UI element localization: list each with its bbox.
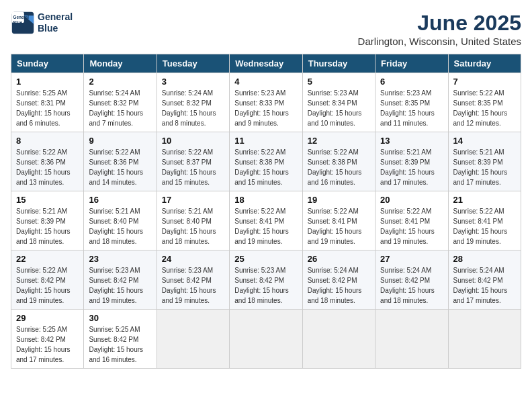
- day-number: 30: [89, 313, 151, 323]
- day-info: Sunrise: 5:22 AMSunset: 8:41 PMDaylight:…: [380, 206, 443, 246]
- day-number: 23: [89, 254, 151, 264]
- day-number: 21: [453, 195, 516, 205]
- calendar-cell: [375, 310, 448, 369]
- calendar-week-row: 1Sunrise: 5:25 AMSunset: 8:31 PMDaylight…: [11, 73, 521, 132]
- svg-text:General: General: [13, 15, 30, 19]
- day-number: 24: [162, 254, 224, 264]
- calendar-week-row: 15Sunrise: 5:21 AMSunset: 8:39 PMDayligh…: [11, 191, 521, 250]
- day-number: 22: [16, 254, 79, 264]
- day-info: Sunrise: 5:22 AMSunset: 8:36 PMDaylight:…: [16, 147, 79, 187]
- day-info: Sunrise: 5:24 AMSunset: 8:42 PMDaylight:…: [453, 265, 516, 306]
- day-number: 28: [453, 254, 516, 264]
- day-info: Sunrise: 5:25 AMSunset: 8:42 PMDaylight:…: [16, 324, 79, 365]
- calendar-cell: [302, 310, 375, 369]
- logo-text-line1: General: [38, 11, 73, 23]
- location-title: Darlington, Wisconsin, United States: [358, 36, 521, 47]
- calendar-cell: 2Sunrise: 5:24 AMSunset: 8:32 PMDaylight…: [84, 73, 157, 132]
- calendar-week-row: 22Sunrise: 5:22 AMSunset: 8:42 PMDayligh…: [11, 250, 521, 310]
- day-number: 8: [16, 136, 79, 146]
- day-info: Sunrise: 5:22 AMSunset: 8:38 PMDaylight:…: [234, 147, 297, 187]
- day-number: 11: [234, 136, 297, 146]
- day-number: 15: [16, 195, 79, 205]
- calendar-header-row: SundayMondayTuesdayWednesdayThursdayFrid…: [11, 54, 521, 73]
- calendar-cell: 1Sunrise: 5:25 AMSunset: 8:31 PMDaylight…: [11, 73, 84, 132]
- calendar-cell: 16Sunrise: 5:21 AMSunset: 8:40 PMDayligh…: [84, 191, 157, 250]
- day-number: 20: [380, 195, 443, 205]
- day-info: Sunrise: 5:22 AMSunset: 8:41 PMDaylight:…: [453, 206, 516, 246]
- day-number: 6: [380, 77, 443, 87]
- day-number: 4: [234, 77, 297, 87]
- day-number: 13: [380, 136, 443, 146]
- day-number: 29: [16, 313, 79, 323]
- day-number: 19: [308, 195, 370, 205]
- calendar-cell: 8Sunrise: 5:22 AMSunset: 8:36 PMDaylight…: [11, 132, 84, 191]
- calendar-cell: 15Sunrise: 5:21 AMSunset: 8:39 PMDayligh…: [11, 191, 84, 250]
- day-info: Sunrise: 5:23 AMSunset: 8:42 PMDaylight:…: [89, 265, 151, 306]
- day-info: Sunrise: 5:24 AMSunset: 8:42 PMDaylight:…: [380, 265, 443, 306]
- calendar-cell: 10Sunrise: 5:22 AMSunset: 8:37 PMDayligh…: [157, 132, 229, 191]
- day-info: Sunrise: 5:22 AMSunset: 8:42 PMDaylight:…: [16, 265, 79, 306]
- weekday-header: Tuesday: [157, 54, 229, 73]
- day-info: Sunrise: 5:22 AMSunset: 8:35 PMDaylight:…: [453, 88, 516, 128]
- day-number: 2: [89, 77, 151, 87]
- day-info: Sunrise: 5:21 AMSunset: 8:40 PMDaylight:…: [89, 206, 151, 246]
- day-info: Sunrise: 5:24 AMSunset: 8:32 PMDaylight:…: [89, 88, 151, 128]
- day-info: Sunrise: 5:25 AMSunset: 8:42 PMDaylight:…: [89, 324, 151, 365]
- calendar-cell: 18Sunrise: 5:22 AMSunset: 8:41 PMDayligh…: [230, 191, 302, 250]
- weekday-header: Monday: [84, 54, 157, 73]
- day-info: Sunrise: 5:21 AMSunset: 8:40 PMDaylight:…: [162, 206, 224, 246]
- calendar-week-row: 29Sunrise: 5:25 AMSunset: 8:42 PMDayligh…: [11, 310, 521, 369]
- calendar-cell: 28Sunrise: 5:24 AMSunset: 8:42 PMDayligh…: [448, 250, 521, 310]
- day-info: Sunrise: 5:24 AMSunset: 8:32 PMDaylight:…: [162, 88, 224, 128]
- weekday-header: Wednesday: [230, 54, 302, 73]
- weekday-header: Sunday: [11, 54, 84, 73]
- calendar-week-row: 8Sunrise: 5:22 AMSunset: 8:36 PMDaylight…: [11, 132, 521, 191]
- day-number: 14: [453, 136, 516, 146]
- calendar-cell: 26Sunrise: 5:24 AMSunset: 8:42 PMDayligh…: [302, 250, 375, 310]
- calendar-cell: 4Sunrise: 5:23 AMSunset: 8:33 PMDaylight…: [230, 73, 302, 132]
- day-info: Sunrise: 5:23 AMSunset: 8:35 PMDaylight:…: [380, 88, 443, 128]
- day-info: Sunrise: 5:23 AMSunset: 8:42 PMDaylight:…: [162, 265, 224, 306]
- day-number: 16: [89, 195, 151, 205]
- day-info: Sunrise: 5:21 AMSunset: 8:39 PMDaylight:…: [16, 206, 79, 246]
- calendar-cell: 25Sunrise: 5:23 AMSunset: 8:42 PMDayligh…: [230, 250, 302, 310]
- calendar-cell: 13Sunrise: 5:21 AMSunset: 8:39 PMDayligh…: [375, 132, 448, 191]
- day-info: Sunrise: 5:21 AMSunset: 8:39 PMDaylight:…: [453, 147, 516, 187]
- day-number: 17: [162, 195, 224, 205]
- calendar-cell: 12Sunrise: 5:22 AMSunset: 8:38 PMDayligh…: [302, 132, 375, 191]
- day-number: 7: [453, 77, 516, 87]
- day-info: Sunrise: 5:22 AMSunset: 8:37 PMDaylight:…: [162, 147, 224, 187]
- calendar-cell: 6Sunrise: 5:23 AMSunset: 8:35 PMDaylight…: [375, 73, 448, 132]
- calendar-cell: 17Sunrise: 5:21 AMSunset: 8:40 PMDayligh…: [157, 191, 229, 250]
- day-info: Sunrise: 5:24 AMSunset: 8:42 PMDaylight:…: [308, 265, 370, 306]
- weekday-header: Saturday: [448, 54, 521, 73]
- calendar-cell: 29Sunrise: 5:25 AMSunset: 8:42 PMDayligh…: [11, 310, 84, 369]
- day-info: Sunrise: 5:21 AMSunset: 8:39 PMDaylight:…: [380, 147, 443, 187]
- day-number: 26: [308, 254, 370, 264]
- day-info: Sunrise: 5:22 AMSunset: 8:41 PMDaylight:…: [308, 206, 370, 246]
- day-info: Sunrise: 5:22 AMSunset: 8:41 PMDaylight:…: [234, 206, 297, 246]
- day-number: 25: [234, 254, 297, 264]
- title-area: June 2025 Darlington, Wisconsin, United …: [358, 11, 521, 47]
- day-number: 12: [308, 136, 370, 146]
- month-title: June 2025: [358, 11, 521, 36]
- calendar-cell: 11Sunrise: 5:22 AMSunset: 8:38 PMDayligh…: [230, 132, 302, 191]
- calendar-cell: 23Sunrise: 5:23 AMSunset: 8:42 PMDayligh…: [84, 250, 157, 310]
- calendar-cell: 20Sunrise: 5:22 AMSunset: 8:41 PMDayligh…: [375, 191, 448, 250]
- weekday-header: Thursday: [302, 54, 375, 73]
- calendar-cell: [448, 310, 521, 369]
- weekday-header: Friday: [375, 54, 448, 73]
- calendar-cell: 22Sunrise: 5:22 AMSunset: 8:42 PMDayligh…: [11, 250, 84, 310]
- calendar-cell: 9Sunrise: 5:22 AMSunset: 8:36 PMDaylight…: [84, 132, 157, 191]
- calendar-cell: 7Sunrise: 5:22 AMSunset: 8:35 PMDaylight…: [448, 73, 521, 132]
- day-number: 1: [16, 77, 79, 87]
- day-number: 9: [89, 136, 151, 146]
- day-info: Sunrise: 5:23 AMSunset: 8:33 PMDaylight:…: [234, 88, 297, 128]
- calendar-cell: 21Sunrise: 5:22 AMSunset: 8:41 PMDayligh…: [448, 191, 521, 250]
- day-info: Sunrise: 5:22 AMSunset: 8:38 PMDaylight:…: [308, 147, 370, 187]
- day-info: Sunrise: 5:22 AMSunset: 8:36 PMDaylight:…: [89, 147, 151, 187]
- logo-icon: General Blue: [11, 11, 35, 35]
- day-number: 5: [308, 77, 370, 87]
- calendar-cell: 19Sunrise: 5:22 AMSunset: 8:41 PMDayligh…: [302, 191, 375, 250]
- calendar-table: SundayMondayTuesdayWednesdayThursdayFrid…: [11, 54, 521, 369]
